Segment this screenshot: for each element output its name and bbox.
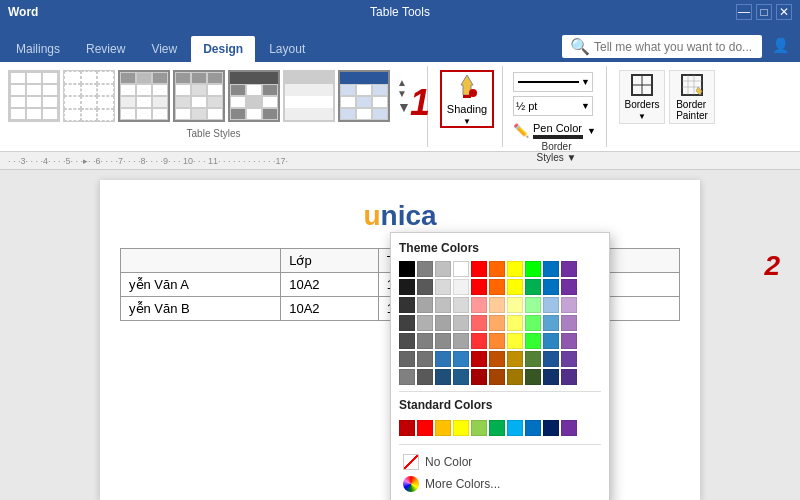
color-swatch[interactable] <box>453 351 469 367</box>
color-swatch[interactable] <box>507 315 523 331</box>
color-swatch[interactable] <box>525 261 541 277</box>
color-swatch[interactable] <box>561 315 577 331</box>
color-swatch[interactable] <box>489 315 505 331</box>
color-swatch[interactable] <box>453 261 469 277</box>
tab-view[interactable]: View <box>139 36 189 62</box>
color-swatch[interactable] <box>525 351 541 367</box>
color-swatch[interactable] <box>453 333 469 349</box>
table-style-2[interactable] <box>63 70 115 122</box>
color-swatch[interactable] <box>525 297 541 313</box>
window-controls[interactable]: — □ ✕ <box>736 4 792 20</box>
color-swatch[interactable] <box>471 261 487 277</box>
color-swatch[interactable] <box>561 297 577 313</box>
std-color-7[interactable] <box>507 420 523 436</box>
color-swatch[interactable] <box>453 369 469 385</box>
color-swatch[interactable] <box>417 333 433 349</box>
color-swatch[interactable] <box>471 315 487 331</box>
border-painter-button[interactable]: BorderPainter <box>669 70 715 124</box>
color-swatch[interactable] <box>435 279 451 295</box>
color-swatch[interactable] <box>507 279 523 295</box>
close-button[interactable]: ✕ <box>776 4 792 20</box>
color-swatch[interactable] <box>561 279 577 295</box>
ribbon-search[interactable]: 🔍 <box>562 35 762 58</box>
tab-mailings[interactable]: Mailings <box>4 36 72 62</box>
table-style-7[interactable] <box>338 70 390 122</box>
color-swatch[interactable] <box>489 333 505 349</box>
std-color-6[interactable] <box>489 420 505 436</box>
color-swatch[interactable] <box>543 369 559 385</box>
color-swatch[interactable] <box>543 279 559 295</box>
color-swatch[interactable] <box>417 315 433 331</box>
line-width-select[interactable]: ½ pt ▼ <box>513 96 593 116</box>
color-swatch[interactable] <box>399 279 415 295</box>
color-swatch[interactable] <box>435 315 451 331</box>
color-swatch[interactable] <box>471 297 487 313</box>
color-swatch[interactable] <box>489 279 505 295</box>
color-swatch[interactable] <box>453 297 469 313</box>
color-swatch[interactable] <box>489 369 505 385</box>
color-swatch[interactable] <box>489 297 505 313</box>
color-swatch[interactable] <box>471 333 487 349</box>
color-swatch[interactable] <box>525 315 541 331</box>
color-swatch[interactable] <box>525 333 541 349</box>
color-swatch[interactable] <box>399 351 415 367</box>
color-swatch[interactable] <box>417 297 433 313</box>
table-style-4[interactable] <box>173 70 225 122</box>
color-swatch[interactable] <box>561 333 577 349</box>
color-swatch[interactable] <box>507 351 523 367</box>
color-swatch[interactable] <box>453 279 469 295</box>
color-swatch[interactable] <box>543 297 559 313</box>
table-style-5[interactable] <box>228 70 280 122</box>
color-swatch[interactable] <box>525 369 541 385</box>
color-swatch[interactable] <box>507 297 523 313</box>
shading-button[interactable]: Shading ▼ <box>440 70 494 128</box>
std-color-8[interactable] <box>525 420 541 436</box>
minimize-button[interactable]: — <box>736 4 752 20</box>
color-swatch[interactable] <box>435 261 451 277</box>
table-style-3[interactable] <box>118 70 170 122</box>
color-swatch[interactable] <box>507 261 523 277</box>
color-swatch[interactable] <box>543 333 559 349</box>
color-swatch[interactable] <box>561 351 577 367</box>
tab-design[interactable]: Design <box>191 36 255 62</box>
std-color-10[interactable] <box>561 420 577 436</box>
table-style-6[interactable] <box>283 70 335 122</box>
std-color-5[interactable] <box>471 420 487 436</box>
std-color-9[interactable] <box>543 420 559 436</box>
color-swatch[interactable] <box>417 369 433 385</box>
color-swatch[interactable] <box>507 369 523 385</box>
maximize-button[interactable]: □ <box>756 4 772 20</box>
tab-layout[interactable]: Layout <box>257 36 317 62</box>
color-swatch[interactable] <box>525 279 541 295</box>
color-swatch[interactable] <box>399 315 415 331</box>
color-swatch[interactable] <box>417 261 433 277</box>
std-color-2[interactable] <box>417 420 433 436</box>
color-swatch[interactable] <box>417 351 433 367</box>
color-swatch[interactable] <box>489 261 505 277</box>
color-swatch[interactable] <box>435 297 451 313</box>
color-swatch[interactable] <box>453 315 469 331</box>
pen-color-dropdown[interactable]: ▼ <box>587 126 596 136</box>
std-color-4[interactable] <box>453 420 469 436</box>
tab-review[interactable]: Review <box>74 36 137 62</box>
no-color-option[interactable]: No Color <box>399 451 601 473</box>
color-swatch[interactable] <box>471 279 487 295</box>
color-swatch[interactable] <box>543 351 559 367</box>
border-style-select[interactable]: ▼ <box>513 72 593 92</box>
user-icon[interactable]: 👤 <box>764 32 796 58</box>
std-color-3[interactable] <box>435 420 451 436</box>
std-color-1[interactable] <box>399 420 415 436</box>
more-colors-option[interactable]: More Colors... <box>399 473 601 495</box>
color-swatch[interactable] <box>399 333 415 349</box>
color-swatch[interactable] <box>489 351 505 367</box>
color-swatch[interactable] <box>435 351 451 367</box>
color-swatch[interactable] <box>417 279 433 295</box>
color-swatch[interactable] <box>399 369 415 385</box>
color-swatch[interactable] <box>561 261 577 277</box>
borders-button[interactable]: Borders ▼ <box>619 70 665 124</box>
color-swatch[interactable] <box>435 333 451 349</box>
color-swatch[interactable] <box>507 333 523 349</box>
color-swatch[interactable] <box>399 261 415 277</box>
color-swatch[interactable] <box>543 315 559 331</box>
color-swatch[interactable] <box>561 369 577 385</box>
